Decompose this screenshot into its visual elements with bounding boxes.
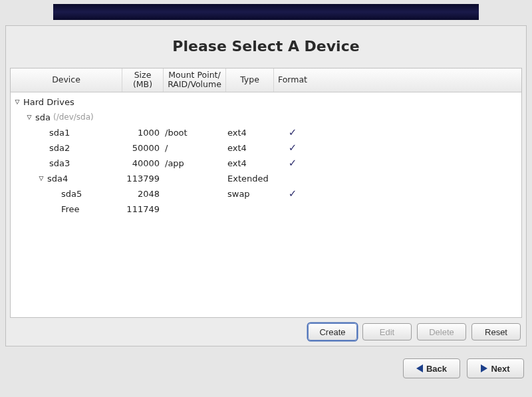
column-header-size[interactable]: Size (MB) [122, 68, 164, 92]
partition-type: ext4 [226, 143, 274, 153]
back-label: Back [426, 364, 447, 374]
partition-mount: / [164, 143, 226, 153]
partition-name: Free [61, 204, 80, 214]
partition-size: 113799 [122, 174, 164, 184]
check-icon: ✓ [289, 126, 297, 138]
tree-row-hard-drives[interactable]: ▽ Hard Drives [11, 94, 521, 110]
next-button[interactable]: Next [467, 358, 524, 378]
partition-size: 50000 [122, 143, 164, 153]
column-header-device[interactable]: Device [11, 68, 122, 92]
disk-name: sda [35, 112, 51, 122]
partition-type: ext4 [226, 128, 274, 138]
column-header-type[interactable]: Type [226, 68, 274, 92]
table-row[interactable]: Free111749 [11, 201, 521, 217]
partition-format: ✓ [274, 157, 311, 169]
column-header-format[interactable]: Format [274, 68, 311, 92]
top-banner [53, 4, 479, 20]
reset-button[interactable]: Reset [471, 323, 521, 340]
page-title: Please Select A Device [6, 26, 526, 64]
partition-mount: /boot [164, 128, 226, 138]
partition-name: sda4 [47, 174, 68, 184]
tree-label: Hard Drives [23, 97, 74, 107]
partition-format: ✓ [274, 142, 311, 154]
action-button-row: Create Edit Delete Reset [6, 318, 526, 346]
arrow-right-icon [481, 364, 487, 372]
table-row[interactable]: sda340000/appext4✓ [11, 156, 521, 171]
disclosure-triangle-icon[interactable]: ▽ [37, 175, 45, 182]
table-row[interactable]: sda250000/ext4✓ [11, 140, 521, 156]
check-icon: ✓ [289, 188, 297, 199]
check-icon: ✓ [289, 142, 297, 154]
column-header-mount[interactable]: Mount Point/ RAID/Volume [164, 68, 226, 92]
arrow-left-icon [416, 364, 423, 372]
table-row[interactable]: sda52048swap✓ [11, 186, 521, 201]
table-row[interactable]: ▽sda4113799Extended [11, 171, 521, 186]
table-body: ▽ Hard Drives ▽ sda (/dev/sda) sda11000/… [11, 92, 521, 317]
disclosure-triangle-icon[interactable]: ▽ [25, 114, 33, 120]
partition-type: swap [226, 189, 274, 199]
check-icon: ✓ [289, 157, 297, 169]
tree-row-disk[interactable]: ▽ sda (/dev/sda) [11, 110, 521, 125]
partition-name: sda3 [49, 158, 70, 168]
create-button[interactable]: Create [308, 323, 357, 340]
device-table: Device Size (MB) Mount Point/ RAID/Volum… [10, 68, 522, 318]
disclosure-triangle-icon[interactable]: ▽ [13, 98, 21, 105]
edit-button: Edit [362, 323, 412, 340]
partition-size: 2048 [122, 189, 164, 199]
partition-mount: /app [164, 158, 226, 168]
partition-type: Extended [226, 174, 274, 184]
table-header: Device Size (MB) Mount Point/ RAID/Volum… [11, 68, 521, 92]
partition-size: 40000 [122, 158, 164, 168]
nav-button-row: Back Next [0, 346, 532, 378]
table-row[interactable]: sda11000/bootext4✓ [11, 125, 521, 140]
partition-size: 111749 [122, 204, 164, 214]
partition-format: ✓ [274, 188, 311, 199]
partition-size: 1000 [122, 128, 164, 138]
partition-panel: Please Select A Device Device Size (MB) … [5, 25, 527, 346]
partition-type: ext4 [226, 158, 274, 168]
next-label: Next [491, 364, 509, 374]
partition-name: sda1 [49, 128, 70, 138]
back-button[interactable]: Back [403, 358, 460, 378]
partition-format: ✓ [274, 126, 311, 138]
partition-name: sda2 [49, 143, 70, 153]
partition-name: sda5 [61, 189, 82, 199]
disk-path: (/dev/sda) [53, 112, 94, 122]
delete-button: Delete [417, 323, 466, 340]
